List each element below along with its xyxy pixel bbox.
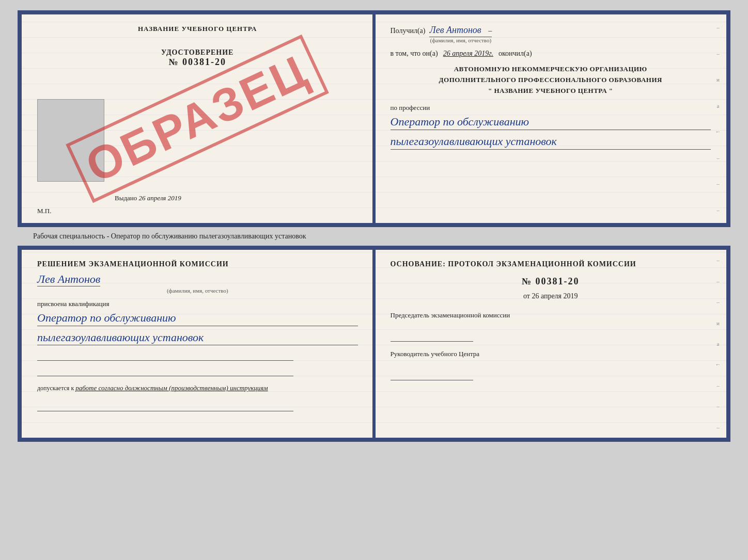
date-value: 26 апреля 2019г. bbox=[443, 50, 493, 58]
chairman-label: Председатель экзаменационной комиссии bbox=[391, 311, 711, 320]
qualification-book: Решением экзаменационной комиссии Лев Ан… bbox=[18, 246, 730, 442]
cert-issued-label: Выдано bbox=[115, 194, 137, 202]
received-subtitle: (фамилия, имя, отчество) bbox=[429, 37, 492, 43]
cert-doc-label: УДОСТОВЕРЕНИЕ bbox=[37, 49, 358, 57]
date-prefix: в том, что он(а) bbox=[391, 50, 438, 58]
cert-photo-placeholder bbox=[37, 99, 104, 182]
cert-number: № 00381-20 bbox=[37, 57, 358, 68]
chairman-block: Председатель экзаменационной комиссии bbox=[391, 311, 711, 342]
cert-issued-date: 26 апреля 2019 bbox=[139, 194, 181, 202]
blank-line-2 bbox=[37, 365, 293, 376]
qual-person-subtitle: (фамилия, имя, отчество) bbox=[37, 287, 358, 294]
allowed-label: допускается к работе согласно должностны… bbox=[37, 384, 358, 392]
received-line: Получил(а) Лев Антонов – (фамилия, имя, … bbox=[391, 25, 711, 43]
director-label: Руководитель учебного Центра bbox=[391, 349, 711, 359]
cert-right-page: Получил(а) Лев Антонов – (фамилия, имя, … bbox=[375, 14, 727, 223]
protocol-num: № 00381-20 bbox=[391, 276, 711, 287]
protocol-date: от 26 апреля 2019 bbox=[391, 292, 711, 300]
qual-line2: пылегазоулавливающих установок bbox=[37, 330, 358, 346]
profession-line1: Оператор по обслуживанию bbox=[391, 115, 711, 130]
org-line3: " НАЗВАНИЕ УЧЕБНОГО ЦЕНТРА " bbox=[391, 86, 711, 97]
director-block: Руководитель учебного Центра bbox=[391, 349, 711, 380]
profession-label: по профессии bbox=[391, 104, 711, 112]
certificate-book: НАЗВАНИЕ УЧЕБНОГО ЦЕНТРА УДОСТОВЕРЕНИЕ №… bbox=[18, 10, 730, 227]
received-name-block: Лев Антонов – (фамилия, имя, отчество) bbox=[429, 25, 492, 43]
qual-left-page: Решением экзаменационной комиссии Лев Ан… bbox=[22, 250, 375, 438]
profession-line2: пылегазоулавливающих установок bbox=[391, 134, 711, 150]
org-block: АВТОНОМНУЮ НЕКОММЕРЧЕСКУЮ ОРГАНИЗАЦИЮ ДО… bbox=[391, 64, 711, 96]
allowed-prefix: допускается к bbox=[37, 385, 74, 392]
qual-right-page: Основание: протокол экзаменационной коми… bbox=[375, 250, 727, 438]
date-suffix: окончил(а) bbox=[498, 50, 532, 58]
protocol-date-value: 26 апреля 2019 bbox=[532, 292, 578, 300]
director-sig-line bbox=[391, 369, 473, 380]
qual-person-block: Лев Антонов (фамилия, имя, отчество) bbox=[37, 273, 358, 294]
qual-right-side-marks: – – – и а ← – – – bbox=[713, 250, 723, 438]
received-prefix: Получил(а) bbox=[391, 27, 426, 35]
middle-label: Рабочая специальность - Оператор по обсл… bbox=[18, 227, 730, 246]
assigned-label: присвоена квалификация bbox=[37, 300, 358, 308]
right-side-marks: – – и а ← – – – bbox=[713, 14, 723, 223]
org-line1: АВТОНОМНУЮ НЕКОММЕРЧЕСКУЮ ОРГАНИЗАЦИЮ bbox=[391, 64, 711, 75]
blank-line-3 bbox=[37, 400, 293, 411]
cert-number-block: УДОСТОВЕРЕНИЕ № 00381-20 bbox=[37, 49, 358, 68]
basis-label: Основание: протокол экзаменационной коми… bbox=[391, 260, 711, 268]
received-name: Лев Антонов bbox=[429, 25, 481, 35]
blank-line-1 bbox=[37, 349, 293, 361]
received-dash: – bbox=[488, 27, 492, 35]
protocol-date-prefix: от bbox=[523, 292, 530, 300]
cert-mp-label: М.П. bbox=[37, 207, 51, 215]
decision-label: Решением экзаменационной комиссии bbox=[37, 260, 358, 268]
date-line: в том, что он(а) 26 апреля 2019г. окончи… bbox=[391, 50, 711, 58]
chairman-sig-line bbox=[391, 330, 473, 342]
qual-line1: Оператор по обслуживанию bbox=[37, 311, 358, 326]
allowed-value: работе согласно должностным (производств… bbox=[75, 384, 268, 392]
cert-issued-block: Выдано 26 апреля 2019 bbox=[115, 194, 181, 202]
qual-person-name: Лев Антонов bbox=[37, 273, 100, 286]
org-line2: ДОПОЛНИТЕЛЬНОГО ПРОФЕССИОНАЛЬНОГО ОБРАЗО… bbox=[391, 75, 711, 86]
cert-left-page: НАЗВАНИЕ УЧЕБНОГО ЦЕНТРА УДОСТОВЕРЕНИЕ №… bbox=[22, 14, 375, 223]
cert-school-title: НАЗВАНИЕ УЧЕБНОГО ЦЕНТРА bbox=[37, 25, 358, 33]
